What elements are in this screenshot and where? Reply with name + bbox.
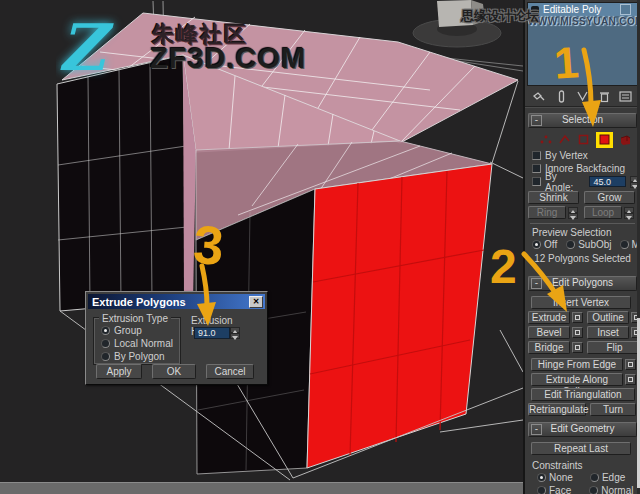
loop-button[interactable]: Loop	[584, 206, 622, 219]
modifier-stack-selected-row[interactable]: Editable Poly	[528, 3, 637, 16]
type-group-radio[interactable]	[101, 326, 110, 335]
dialog-title: Extrude Polygons	[88, 296, 249, 308]
collapse-icon[interactable]: -	[531, 278, 542, 289]
preview-subobj-label: SubObj	[578, 239, 611, 250]
insert-vertex-button[interactable]: Insert Vertex	[531, 296, 631, 309]
type-by-polygon-radio[interactable]	[101, 352, 110, 361]
remove-modifier-icon[interactable]	[598, 90, 611, 103]
by-angle-checkbox[interactable]	[532, 177, 541, 186]
ignore-backfacing-checkbox[interactable]	[532, 164, 541, 173]
modifier-name: Editable Poly	[543, 4, 620, 15]
viewport-bottom-strip	[0, 482, 523, 494]
subobject-level-row	[539, 131, 640, 148]
preview-multi-radio[interactable]	[620, 240, 629, 249]
perspective-viewport[interactable]	[0, 0, 523, 483]
constraint-face-radio[interactable]	[537, 486, 546, 494]
shrink-button[interactable]: Shrink	[528, 191, 579, 204]
rollout-title: Edit Polygons	[552, 277, 613, 288]
vertex-mode-icon[interactable]	[539, 133, 552, 146]
bridge-button[interactable]: Bridge	[528, 341, 570, 354]
background-box-side	[471, 0, 485, 25]
preview-off-label: Off	[544, 239, 557, 250]
preview-subobj-radio[interactable]	[566, 240, 575, 249]
stack-watermark: WWW.MISSYUAN.COM	[528, 16, 637, 27]
preview-off-radio[interactable]	[532, 240, 541, 249]
show-end-result-icon[interactable]	[555, 90, 568, 103]
extrude-polygons-dialog: Extrude Polygons ✕ Extrusion Type Group …	[85, 291, 268, 385]
constraint-face-label: Face	[549, 485, 571, 494]
loop-spinner[interactable]	[624, 207, 634, 219]
grow-button[interactable]: Grow	[584, 191, 635, 204]
rollout-title: Selection	[562, 114, 603, 125]
constraint-normal-label: Normal	[601, 485, 633, 494]
repeat-last-button[interactable]: Repeat Last	[531, 442, 631, 455]
modifier-stack[interactable]: Editable Poly WWW.MISSYUAN.COM	[527, 2, 638, 86]
bevel-button[interactable]: Bevel	[528, 326, 570, 339]
background-box	[437, 0, 473, 27]
extrusion-type-group: Extrusion Type Group Local Normal By Pol…	[94, 318, 180, 364]
bridge-settings-button[interactable]	[572, 342, 583, 353]
constraint-edge-label: Edge	[602, 472, 625, 483]
collapse-icon[interactable]: -	[531, 424, 542, 435]
inset-button[interactable]: Inset	[587, 326, 629, 339]
extrusion-type-label: Extrusion Type	[99, 313, 171, 324]
ring-spinner[interactable]	[568, 207, 578, 219]
constraint-none-radio[interactable]	[537, 473, 546, 482]
cancel-button[interactable]: Cancel	[206, 364, 254, 379]
element-mode-icon[interactable]	[619, 133, 632, 146]
model-left-face	[57, 55, 187, 311]
constraint-edge-radio[interactable]	[590, 473, 599, 482]
pin-stack-icon[interactable]	[533, 90, 546, 103]
selected-polygons-face[interactable]	[307, 164, 492, 468]
extrude-along-spline-button[interactable]: Extrude Along Spline	[531, 373, 623, 386]
extrusion-height-spinner[interactable]	[230, 327, 240, 339]
apply-button[interactable]: Apply	[96, 364, 142, 379]
hinge-settings-button[interactable]	[625, 359, 636, 370]
flip-button[interactable]: Flip	[587, 341, 640, 354]
ring-button[interactable]: Ring	[528, 206, 566, 219]
extrude-button[interactable]: Extrude	[528, 311, 570, 324]
extrude-along-spline-settings-button[interactable]	[625, 374, 636, 385]
type-local-normal-radio[interactable]	[101, 339, 110, 348]
constraint-normal-radio[interactable]	[589, 486, 598, 494]
preview-selection-label: Preview Selection	[532, 227, 640, 237]
by-vertex-label: By Vertex	[545, 150, 588, 161]
type-by-polygon-label: By Polygon	[114, 351, 165, 362]
lightbulb-icon[interactable]	[531, 6, 539, 14]
bevel-settings-button[interactable]	[572, 327, 583, 338]
border-mode-icon[interactable]	[577, 133, 590, 146]
by-angle-field[interactable]: 45.0	[589, 176, 626, 187]
type-local-normal-label: Local Normal	[114, 338, 173, 349]
ok-button[interactable]: OK	[152, 364, 196, 379]
rollout-header-edit-polygons[interactable]: - Edit Polygons	[528, 276, 637, 291]
polygon-mode-icon[interactable]	[598, 133, 611, 146]
retriangulate-button[interactable]: Retriangulate	[528, 403, 586, 416]
modifier-stack-toolbar	[525, 86, 640, 107]
hinge-from-edge-button[interactable]: Hinge From Edge	[531, 358, 623, 371]
make-unique-icon[interactable]	[576, 90, 589, 103]
edge-mode-icon[interactable]	[558, 133, 571, 146]
turn-button[interactable]: Turn	[590, 403, 636, 416]
outline-button[interactable]: Outline	[587, 311, 629, 324]
command-panel: Editable Poly WWW.MISSYUAN.COM - Selecti…	[523, 0, 640, 494]
constraints-label: Constraints	[532, 460, 640, 470]
selection-status: 12 Polygons Selected	[525, 253, 640, 264]
close-icon[interactable]: ✕	[249, 296, 263, 308]
constraint-none-label: None	[549, 472, 573, 483]
edit-triangulation-button[interactable]: Edit Triangulation	[531, 388, 635, 401]
rollout-title: Edit Geometry	[551, 423, 615, 434]
configure-modifier-sets-icon[interactable]	[619, 90, 632, 103]
rollout-header-selection[interactable]: - Selection	[528, 113, 637, 128]
group-divider	[530, 223, 635, 224]
dialog-titlebar[interactable]: Extrude Polygons ✕	[88, 294, 265, 309]
extrusion-height-field[interactable]: 91.0	[194, 327, 230, 339]
by-vertex-checkbox[interactable]	[532, 151, 541, 160]
pin-icon[interactable]	[620, 4, 631, 15]
3dsmax-window: { "watermarks": { "logo_z": "Z", "commun…	[0, 0, 640, 494]
type-group-label: Group	[114, 325, 142, 336]
active-subobject-highlight	[596, 132, 613, 148]
by-angle-label: By Angle:	[545, 171, 585, 193]
extrude-settings-button[interactable]	[572, 312, 583, 323]
collapse-icon[interactable]: -	[531, 115, 542, 126]
rollout-header-edit-geometry[interactable]: - Edit Geometry	[528, 422, 637, 437]
